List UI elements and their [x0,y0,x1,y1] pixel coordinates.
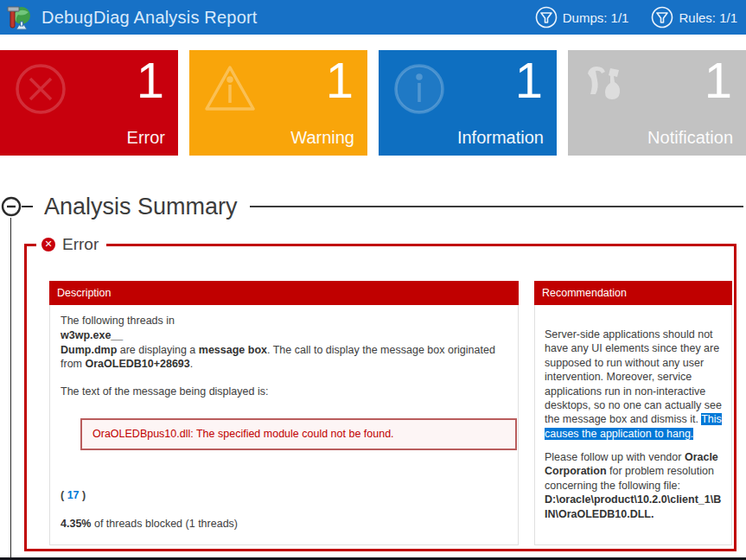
information-card-label: Information [457,128,544,148]
recommendation-column: Recommendation Server-side applications … [534,281,732,545]
blocked-percentage: 4.35% [61,518,91,530]
debugdiag-report-page: DebugDiag Analysis Report Dumps: 1/1 Rul… [0,0,746,560]
debugdiag-logo-icon [581,61,636,117]
analysis-result-table: Description The following threads in w3w… [49,281,732,545]
debugdiag-logo-icon [7,4,33,30]
warning-card-label: Warning [290,128,354,148]
notification-card-label: Notification [647,128,733,148]
error-count: 1 [137,52,164,110]
module-offset: OraOLEDB10+28693 [85,358,189,370]
thread-count-line: ( 17 ) [61,488,513,503]
header-bar: DebugDiag Analysis Report Dumps: 1/1 Rul… [0,0,746,35]
funnel-icon [651,6,673,29]
message-box-text: OraOLEDBpus10.dll: The specified module … [80,418,517,450]
recommendation-paragraph-1: Server-side applications should not have… [545,328,723,441]
error-group-title: Error [62,235,99,254]
message-intro: The text of the message being displayed … [61,385,513,399]
dump-file-name: Dump.dmp [61,344,117,356]
dumps-filter[interactable]: Dumps: 1/1 [535,6,629,29]
information-count: 1 [515,52,543,110]
analysis-summary-header: Analysis Summary [0,188,746,225]
recommendation-cell: Server-side applications should not have… [534,305,732,545]
warning-card[interactable]: 1 Warning [189,50,367,156]
recommendation-column-header: Recommendation [534,281,732,305]
header-filters: Dumps: 1/1 Rules: 1/1 [535,6,746,29]
page-title: DebugDiag Analysis Report [41,8,258,28]
notification-card[interactable]: 1 Notification [568,50,746,156]
information-card[interactable]: 1 Information [379,50,557,156]
file-path: D:\oracle\product\10.2.0\client_1\BIN\Or… [545,493,721,519]
description-column: Description The following threads in w3w… [49,281,519,545]
recommendation-paragraph-2: Please follow up with vendor Oracle Corp… [545,450,723,521]
error-card-label: Error [127,128,165,148]
collapse-minus-icon[interactable] [1,196,22,217]
process-name: w3wp.exe__ [61,329,123,341]
tree-connector-line [10,218,11,560]
description-text: The following threads in [61,315,175,327]
summary-cards: 1 Error 1 Warning [0,50,746,156]
error-group: ✕ Error Description The following thread… [24,235,736,551]
error-group-legend: ✕ Error [36,235,106,254]
connector-dash [22,206,33,207]
rules-filter[interactable]: Rules: 1/1 [651,6,737,29]
description-paragraph: The following threads in w3wp.exe__ Dump… [61,314,513,372]
description-cell: The following threads in w3wp.exe__ Dump… [49,305,519,545]
rules-filter-label: Rules: 1/1 [679,10,737,25]
blocked-threads-line: 4.35% of threads blocked (1 threads) [61,517,513,531]
error-card[interactable]: 1 Error [0,50,178,156]
warning-triangle-icon [202,61,258,117]
error-circle-x-icon [13,61,68,117]
info-circle-icon [392,61,447,117]
section-rule [250,206,743,207]
notification-count: 1 [705,52,732,110]
error-badge-icon: ✕ [41,238,55,251]
warning-count: 1 [326,52,354,110]
funnel-icon [535,6,558,29]
section-title: Analysis Summary [44,194,238,220]
description-column-header: Description [49,281,519,305]
thread-id-link[interactable]: 17 [67,489,80,501]
dumps-filter-label: Dumps: 1/1 [563,10,629,25]
